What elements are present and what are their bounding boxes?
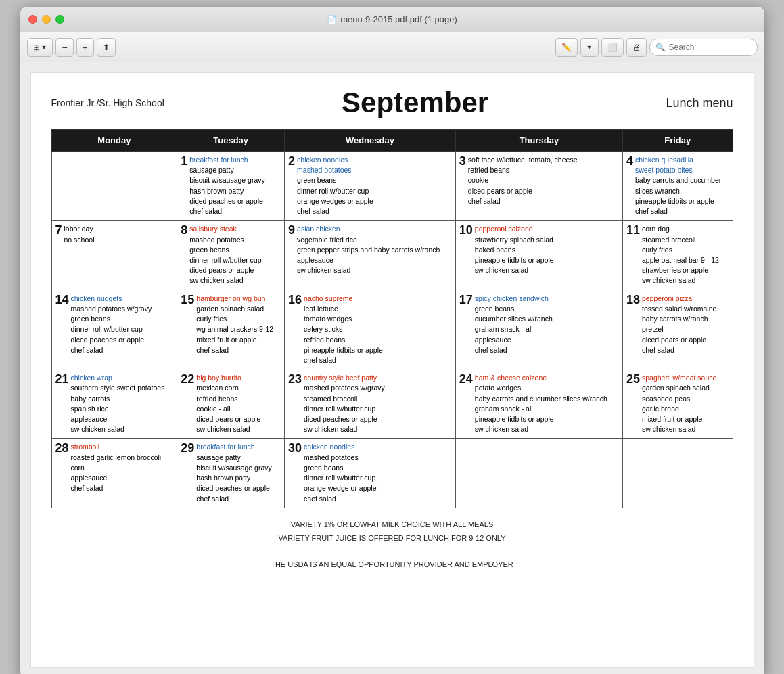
day-content: breakfast for lunchsausage pattybiscuit … (189, 155, 281, 217)
day-number: 15 (181, 294, 194, 307)
table-row (622, 439, 733, 508)
col-friday: Friday (622, 130, 733, 152)
day-content: spicy chicken sandwichgreen beanscucumbe… (475, 294, 619, 355)
day-number: 22 (181, 373, 194, 386)
day-number: 4 (626, 155, 633, 168)
day-content: soft taco w/lettuce, tomato, cheeserefri… (468, 155, 619, 206)
day-content: chicken noodlesmashed potatoesgreen bean… (297, 155, 452, 217)
day-content: chicken nuggetsmashed potatoes w/gravygr… (71, 294, 174, 355)
sidebar-icon: ⊞ (33, 43, 40, 52)
table-row: 23country style beef pattymashed potatoe… (285, 369, 456, 439)
month-title: September (342, 87, 488, 119)
day-content: spaghetti w/meat saucegarden spinach sal… (642, 373, 729, 434)
day-content: corn dogsteamed broccolicurly friesapple… (642, 224, 729, 286)
day-content: nacho supremeleaf lettucetomato wedgesce… (304, 294, 452, 366)
share-button[interactable]: ⬆ (97, 38, 116, 57)
page-nav-button[interactable]: ⬜ (601, 38, 624, 57)
day-content: country style beef pattymashed potatoes … (304, 373, 452, 434)
day-number: 24 (459, 373, 473, 386)
day-content: pepperoni calzonestrawberry spinach sala… (475, 224, 619, 275)
day-number: 29 (181, 442, 194, 455)
table-row: 7labor dayno school (51, 221, 177, 290)
day-number: 18 (626, 294, 640, 307)
table-row: 21chicken wrapsouthern style sweet potat… (51, 369, 177, 439)
pdf-icon: 📄 (327, 15, 337, 24)
day-content: hamburger on wg bungarden spinach saladc… (196, 294, 281, 355)
day-number: 11 (626, 224, 640, 238)
day-number: 30 (288, 442, 302, 455)
fullscreen-button[interactable] (55, 15, 64, 24)
zoom-out-button[interactable]: − (55, 38, 73, 57)
table-row: 30chicken noodlesmashed potatoesgreen be… (285, 439, 456, 508)
day-content: chicken wrapsouthern style sweet potatoe… (71, 373, 174, 434)
day-content: chicken noodlesmashed potatoesgreen bean… (304, 442, 452, 503)
day-number: 17 (459, 294, 473, 307)
pen-icon: ✏️ (561, 43, 572, 52)
print-icon: 🖨 (632, 43, 641, 52)
day-number: 3 (459, 155, 466, 168)
pdf-content: Frontier Jr./Sr. High School September L… (30, 72, 754, 668)
table-row: 10pepperoni calzonestrawberry spinach sa… (455, 221, 622, 290)
table-row (455, 439, 622, 508)
table-header: Monday Tuesday Wednesday Thursday Friday (51, 130, 733, 152)
day-content: stromboliroasted garlic lemon broccolico… (71, 442, 174, 493)
toolbar: ⊞ ▼ − + ⬆ ✏️ ▼ ⬜ 🖨 🔍 (20, 32, 764, 62)
traffic-lights (28, 15, 64, 24)
table-row: 15hamburger on wg bungarden spinach sala… (177, 290, 285, 369)
annotate-chevron-button[interactable]: ▼ (580, 38, 599, 57)
col-monday: Monday (51, 130, 177, 152)
table-row: 25spaghetti w/meat saucegarden spinach s… (622, 369, 733, 439)
table-row: 1breakfast for lunchsausage pattybiscuit… (177, 152, 285, 221)
day-number: 21 (55, 373, 69, 386)
table-row: 11corn dogsteamed broccolicurly friesapp… (622, 221, 733, 290)
table-body: 1breakfast for lunchsausage pattybiscuit… (51, 152, 733, 508)
close-button[interactable] (28, 15, 37, 24)
footer-notes: VARIETY 1% OR LOWFAT MILK CHOICE WITH AL… (51, 518, 733, 572)
table-row: 16nacho supremeleaf lettucetomato wedges… (285, 290, 456, 369)
table-row: 24ham & cheese calzonepotato wedgesbaby … (455, 369, 622, 439)
chevron-icon: ▼ (41, 44, 47, 51)
table-row: 3soft taco w/lettuce, tomato, cheeserefr… (455, 152, 622, 221)
titlebar: 📄 menu-9-2015.pdf.pdf (1 page) (20, 7, 764, 32)
day-content: ham & cheese calzonepotato wedgesbaby ca… (475, 373, 619, 434)
calendar-table: Monday Tuesday Wednesday Thursday Friday… (51, 129, 733, 508)
sidebar-toggle-button[interactable]: ⊞ ▼ (27, 38, 53, 57)
annotate-button[interactable]: ✏️ (555, 38, 578, 57)
print-button[interactable]: 🖨 (626, 38, 647, 57)
search-input[interactable] (669, 43, 752, 52)
day-content: chicken quesadillasweet potato bitesbaby… (635, 155, 729, 217)
minimize-button[interactable] (42, 15, 51, 24)
day-number: 14 (55, 294, 69, 307)
pages-icon: ⬜ (607, 43, 618, 52)
search-icon: 🔍 (655, 43, 666, 52)
table-row: 14chicken nuggetsmashed potatoes w/gravy… (51, 290, 177, 369)
day-number: 25 (626, 373, 640, 386)
col-tuesday: Tuesday (177, 130, 285, 152)
day-number: 7 (55, 224, 62, 238)
menu-type: Lunch menu (666, 96, 733, 110)
col-thursday: Thursday (455, 130, 622, 152)
window-title: 📄 menu-9-2015.pdf.pdf (1 page) (327, 14, 457, 24)
table-row: 4chicken quesadillasweet potato bitesbab… (622, 152, 733, 221)
day-content: big boy burritomexican cornrefried beans… (196, 373, 281, 434)
table-row: 29breakfast for lunchsausage pattybiscui… (177, 439, 285, 508)
app-window: 📄 menu-9-2015.pdf.pdf (1 page) ⊞ ▼ − + ⬆… (20, 7, 764, 674)
day-number: 8 (181, 224, 187, 238)
table-row: 28stromboliroasted garlic lemon broccoli… (51, 439, 177, 508)
table-row: 8salisbury steakmashed potatoesgreen bea… (177, 221, 285, 290)
day-content: breakfast for lunchsausage pattybiscuit … (196, 442, 281, 503)
chevron-down-icon: ▼ (586, 44, 593, 51)
share-icon: ⬆ (103, 43, 110, 52)
day-number: 9 (288, 224, 295, 238)
day-content: salisbury steakmashed potatoesgreen bean… (189, 224, 281, 286)
search-box[interactable]: 🔍 (649, 39, 758, 56)
day-number: 28 (55, 442, 69, 455)
table-row: 17spicy chicken sandwichgreen beanscucum… (455, 290, 622, 369)
pdf-header: Frontier Jr./Sr. High School September L… (51, 87, 733, 119)
zoom-in-icon: + (83, 42, 88, 53)
table-row: 22big boy burritomexican cornrefried bea… (177, 369, 285, 439)
zoom-in-button[interactable]: + (76, 38, 94, 57)
day-number: 23 (288, 373, 302, 386)
day-number: 16 (288, 294, 302, 307)
table-row: 18pepperoni pizzatossed salad w/romaineb… (622, 290, 733, 369)
